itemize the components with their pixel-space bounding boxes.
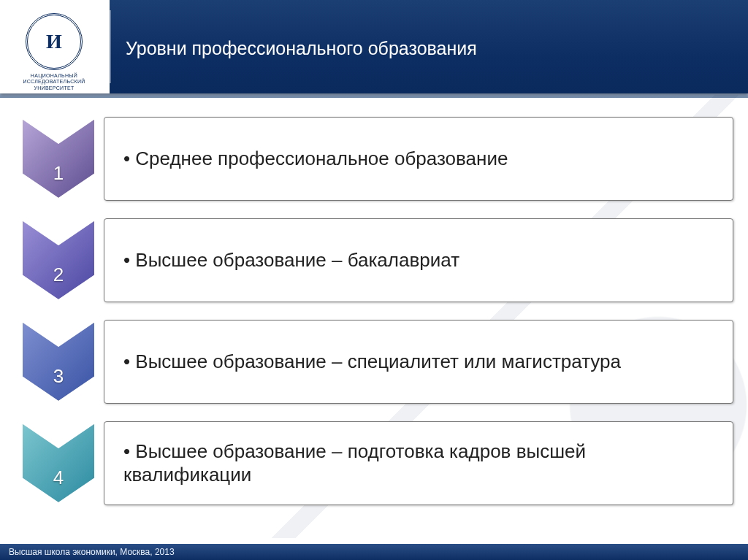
chevron-down-icon [19,218,98,302]
logo: И НАЦИОНАЛЬНЫЙ ИССЛЕДОВАТЕЛЬСКИЙ УНИВЕРС… [18,13,91,91]
logo-letter: И [46,31,62,52]
slide: И НАЦИОНАЛЬНЫЙ ИССЛЕДОВАТЕЛЬСКИЙ УНИВЕРС… [0,0,748,560]
header-divider [110,10,111,83]
content-area: 1 • Среднее профессиональное образование… [0,98,748,505]
level-text: • Высшее образование – подготовка кадров… [123,440,714,486]
level-number: 1 [19,162,98,185]
level-text-box: • Высшее образование – бакалавриат [104,218,733,302]
level-number: 3 [19,365,98,388]
level-text: • Среднее профессиональное образование [123,147,508,171]
chevron-down-icon [19,117,98,201]
level-row: 2 • Высшее образование – бакалавриат [19,218,733,302]
chevron-down-icon [19,320,98,404]
level-text-box: • Среднее профессиональное образование [104,117,733,201]
chevron-badge-4: 4 [19,421,98,505]
level-text: • Высшее образование – специалитет или м… [123,350,621,374]
level-text-box: • Высшее образование – специалитет или м… [104,320,733,404]
logo-caption: НАЦИОНАЛЬНЫЙ ИССЛЕДОВАТЕЛЬСКИЙ УНИВЕРСИТ… [18,73,91,91]
logo-emblem: И [26,13,83,70]
chevron-down-icon [19,421,98,505]
chevron-badge-1: 1 [19,117,98,201]
chevron-badge-2: 2 [19,218,98,302]
level-row: 1 • Среднее профессиональное образование [19,117,733,201]
level-number: 2 [19,264,98,286]
footer-bar: Высшая школа экономики, Москва, 2013 [0,544,748,560]
level-number: 4 [19,467,98,489]
page-title: Уровни профессионального образования [126,38,477,59]
footer-text: Высшая школа экономики, Москва, 2013 [9,547,175,557]
chevron-badge-3: 3 [19,320,98,404]
level-text-box: • Высшее образование – подготовка кадров… [104,421,733,505]
level-row: 3 • Высшее образование – специалитет или… [19,320,733,404]
level-row: 4 • Высшее образование – подготовка кадр… [19,421,733,505]
level-text: • Высшее образование – бакалавриат [123,249,459,272]
header-bar: И НАЦИОНАЛЬНЫЙ ИССЛЕДОВАТЕЛЬСКИЙ УНИВЕРС… [0,0,748,93]
